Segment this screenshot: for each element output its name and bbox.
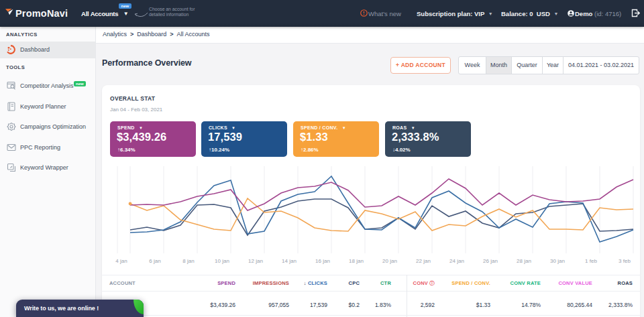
svg-text:30 jan: 30 jan [550,258,565,264]
svg-text:3 feb: 3 feb [619,258,631,264]
svg-text:24 jan: 24 jan [449,258,464,264]
svg-text:6 jan: 6 jan [149,258,160,264]
svg-text:26 jan: 26 jan [483,258,498,264]
svg-text:1 feb: 1 feb [585,258,597,264]
svg-text:20 jan: 20 jan [382,258,397,264]
svg-text:14 jan: 14 jan [282,258,297,264]
svg-text:12 jan: 12 jan [248,258,263,264]
svg-text:16 jan: 16 jan [315,258,330,264]
svg-text:10 jan: 10 jan [215,258,229,264]
svg-text:8 jan: 8 jan [182,258,194,264]
svg-text:4 jan: 4 jan [115,258,127,264]
svg-text:22 jan: 22 jan [416,258,431,264]
svg-text:28 jan: 28 jan [517,258,531,264]
svg-text:18 jan: 18 jan [349,258,364,264]
